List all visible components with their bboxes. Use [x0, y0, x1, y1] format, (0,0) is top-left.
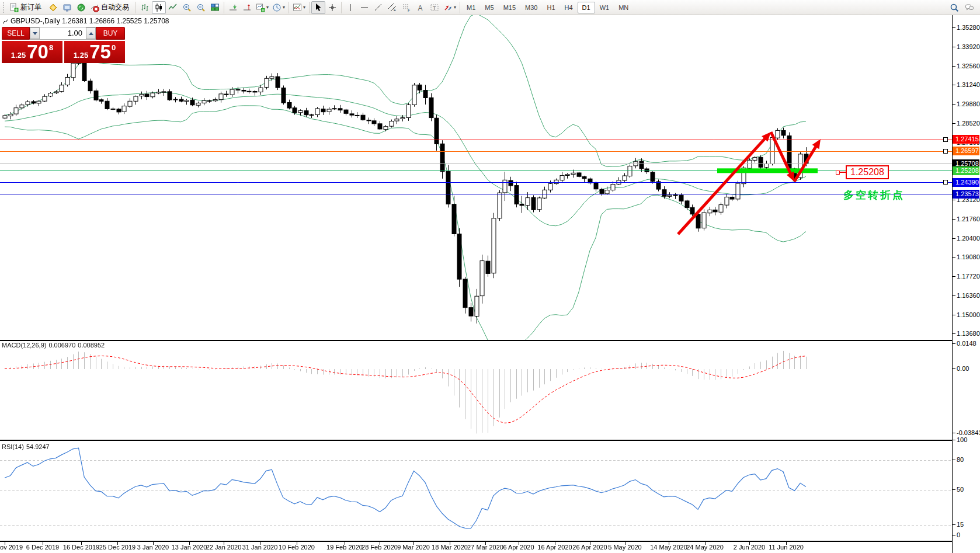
fibonacci-icon: F: [402, 3, 411, 12]
candlestick-icon: [154, 3, 164, 12]
rsi-indicator-label: RSI(14)54.9247: [2, 443, 52, 450]
price-chart-canvas[interactable]: [0, 15, 953, 553]
date-axis[interactable]: 27 Nov 20196 Dec 201916 Dec 201925 Dec 2…: [0, 542, 953, 553]
date-tick-label: 11 Jun 2020: [769, 544, 804, 551]
sell-price-sup: 8: [49, 43, 53, 52]
timeframe-button-m30[interactable]: M30: [520, 2, 542, 13]
date-tick-label: 6 Apr 2020: [503, 544, 534, 551]
date-tick-label: 14 May 2020: [650, 544, 687, 551]
indicators-icon: [293, 3, 302, 12]
price-tick-label: 1.15000: [957, 311, 980, 318]
date-tick-label: 5 May 2020: [608, 544, 641, 551]
terminal-button[interactable]: [74, 1, 88, 14]
chart-shift-icon: [242, 3, 252, 12]
rsi-scale-label: 100: [957, 436, 967, 443]
line-chart-button[interactable]: [166, 1, 180, 14]
macd-value-main: 0.006970: [48, 342, 75, 349]
timeframe-button-h1[interactable]: H1: [542, 2, 559, 13]
price-tick-label: 1.17720: [957, 273, 980, 280]
chevron-down-icon: ▾: [303, 5, 305, 10]
price-tick-label: 1.21760: [957, 215, 980, 222]
new-order-icon: [9, 3, 19, 12]
cursor-button[interactable]: [311, 1, 325, 14]
new-chart-dropdown[interactable]: ▾: [254, 1, 270, 14]
one-click-top-row: SELL 1.00 BUY: [2, 27, 125, 40]
rsi-scale-label: 15: [957, 521, 964, 528]
arrow-objects-icon: [443, 3, 453, 12]
horizontal-line-button[interactable]: [357, 1, 371, 14]
price-callout[interactable]: 1.25208: [846, 165, 889, 179]
price-tick-label: 1.32560: [957, 62, 980, 69]
indicators-dropdown[interactable]: ▾: [291, 1, 307, 14]
zoom-out-button[interactable]: [194, 1, 208, 14]
price-tick-label: 1.31240: [957, 81, 980, 88]
sell-button[interactable]: SELL: [2, 27, 30, 40]
toolbar-separator: [341, 2, 342, 13]
timeframe-button-m5[interactable]: M5: [480, 2, 498, 13]
clock-icon: [272, 3, 282, 12]
volume-increase-button[interactable]: [86, 27, 96, 39]
fibonacci-button[interactable]: F: [399, 1, 413, 14]
new-order-button[interactable]: 新订单: [8, 1, 46, 14]
date-tick-label: 27 Mar 2020: [467, 544, 503, 551]
navigator-button[interactable]: [60, 1, 74, 14]
timeframe-toolbar: M1M5M15M30H1H4D1W1MN: [462, 2, 633, 13]
trendline-button[interactable]: [371, 1, 385, 14]
shapes-dropdown[interactable]: ▾: [442, 1, 458, 14]
crosshair-button[interactable]: [325, 1, 339, 14]
line-chart-icon: [168, 3, 178, 12]
volume-input[interactable]: 1.00: [40, 27, 86, 39]
buy-button[interactable]: BUY: [96, 27, 125, 40]
buy-price-prefix: 1.25: [74, 51, 88, 60]
date-tick-label: 18 Mar 2020: [432, 544, 468, 551]
one-click-trading-panel: SELL 1.00 BUY 1.25 70 8 1.25 75 0: [2, 27, 125, 63]
toolbar-grip: [3, 2, 5, 13]
text-button[interactable]: A: [413, 1, 428, 14]
autotrading-button[interactable]: 自动交易: [88, 1, 134, 14]
timeframe-button-m1[interactable]: M1: [462, 2, 480, 13]
sell-price-big: 70: [27, 41, 48, 62]
macd-scale-label: -0.038415: [957, 429, 980, 436]
timeframe-button-d1[interactable]: D1: [578, 2, 595, 13]
timeframe-button-m15[interactable]: M15: [499, 2, 520, 13]
toolbar-separator: [460, 2, 460, 13]
date-tick-label: 25 Dec 2019: [99, 544, 135, 551]
price-badge-1.27415: 1.27415: [953, 135, 979, 144]
text-label-button[interactable]: T: [428, 1, 442, 14]
equidistant-channel-button[interactable]: E: [385, 1, 399, 14]
bar-chart-icon: [140, 3, 150, 12]
volume-decrease-button[interactable]: [30, 27, 40, 39]
timeframe-button-w1[interactable]: W1: [595, 2, 614, 13]
metaeditor-button[interactable]: [46, 1, 60, 14]
price-tick-label: 1.16360: [957, 292, 980, 299]
date-tick-label: 19 Feb 2020: [326, 544, 363, 551]
price-tick-label: 1.29880: [957, 100, 980, 107]
svg-text:F: F: [408, 8, 410, 12]
price-tick-label: 1.20400: [957, 235, 980, 242]
price-axis[interactable]: 1.352801.339201.325601.312401.298801.285…: [953, 15, 980, 553]
chart-profiles-dropdown[interactable]: ▾: [270, 1, 287, 14]
search-icon[interactable]: [950, 3, 959, 12]
auto-scroll-button[interactable]: [226, 1, 240, 14]
candlestick-button[interactable]: [152, 1, 166, 14]
date-tick-label: 13 Jan 2020: [172, 544, 207, 551]
timeframe-button-h4[interactable]: H4: [560, 2, 578, 13]
buy-price-big: 75: [89, 41, 111, 62]
date-tick-label: 9 Mar 2020: [397, 544, 430, 551]
timeframe-button-mn[interactable]: MN: [614, 2, 633, 13]
tile-windows-button[interactable]: [208, 1, 222, 14]
chart-shift-button[interactable]: [240, 1, 254, 14]
bar-chart-button[interactable]: [138, 1, 152, 14]
navigator-icon: [62, 3, 72, 12]
vertical-line-button[interactable]: [343, 1, 357, 14]
zoom-in-button[interactable]: [180, 1, 194, 14]
chart-icon: [3, 19, 8, 24]
chat-icon[interactable]: [965, 3, 974, 12]
sell-price-button[interactable]: 1.25 70 8: [2, 41, 62, 63]
macd-indicator-label: MACD(12,26,9)0.0069700.008952: [2, 342, 107, 349]
buy-price-button[interactable]: 1.25 75 0: [64, 41, 125, 63]
toolbar: 新订单 自动交易: [0, 0, 980, 15]
macd-value-signal: 0.008952: [78, 342, 105, 349]
buy-price-sup: 0: [112, 43, 116, 52]
price-tick-label: 1.13680: [957, 330, 980, 337]
